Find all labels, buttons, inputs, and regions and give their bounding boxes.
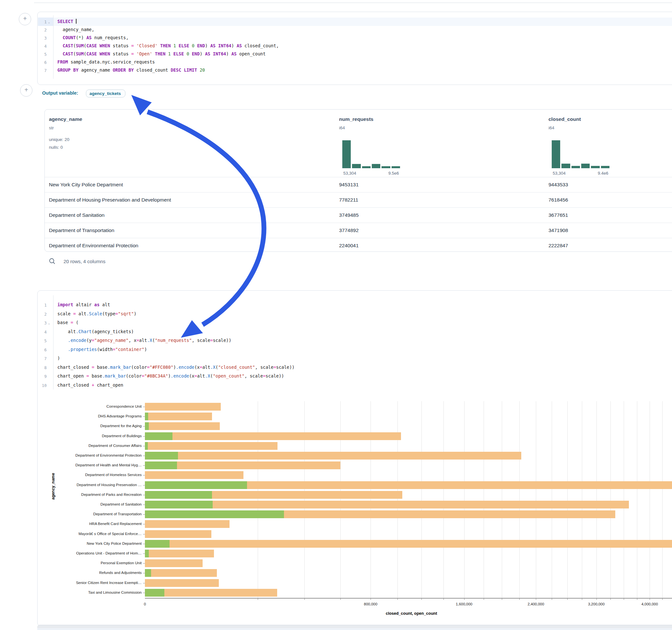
arrow-head-bottom: [181, 320, 203, 338]
annotation-arrow: [0, 0, 672, 630]
arrow-curve: [147, 112, 264, 325]
next-cell-body-strip: [37, 628, 672, 630]
notebook-page: { "accent_colors": { "arrow_blue": "#2C5…: [0, 0, 672, 630]
